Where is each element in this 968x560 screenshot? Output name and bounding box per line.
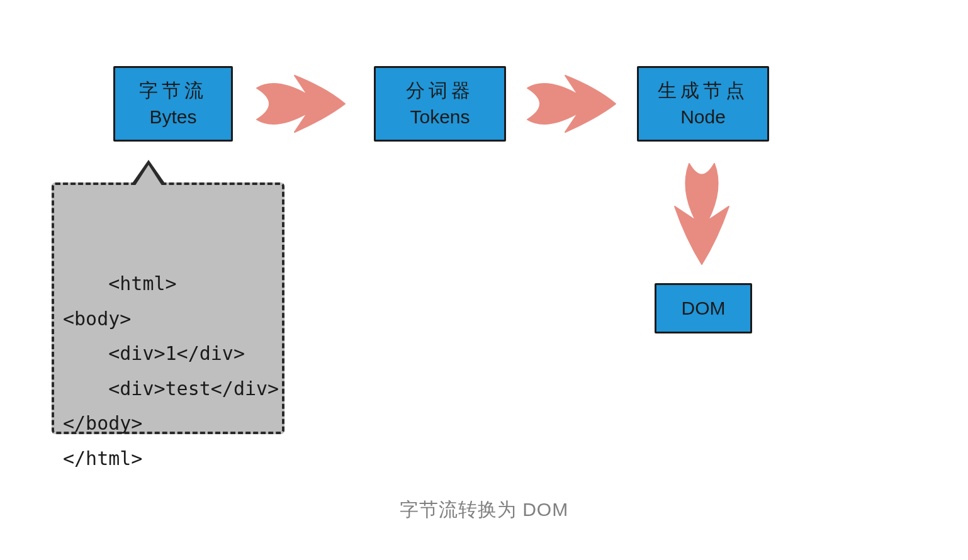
box-dom-label: DOM xyxy=(682,295,726,322)
arrow-right-icon xyxy=(521,69,622,138)
box-node-label-cn: 生成节点 xyxy=(658,77,748,104)
box-tokens: 分词器 Tokens xyxy=(374,66,506,142)
box-bytes-label-cn: 字节流 xyxy=(139,77,207,104)
callout-code-text: <html> <body> <div>1</div> <div>test</di… xyxy=(63,272,279,469)
box-dom: DOM xyxy=(655,283,752,333)
box-bytes: 字节流 Bytes xyxy=(113,66,233,142)
diagram-stage: 字节流 Bytes 分词器 Tokens 生成节点 Node DOM <html… xyxy=(0,0,968,560)
box-node: 生成节点 Node xyxy=(637,66,769,142)
diagram-caption: 字节流转换为 DOM xyxy=(0,497,968,523)
box-tokens-label-cn: 分词器 xyxy=(406,77,474,104)
code-callout: <html> <body> <div>1</div> <div>test</di… xyxy=(52,182,284,434)
box-tokens-label-en: Tokens xyxy=(410,104,470,130)
box-bytes-label-en: Bytes xyxy=(149,104,196,130)
arrow-right-icon xyxy=(250,69,351,138)
arrow-down-icon xyxy=(667,157,736,271)
box-node-label-en: Node xyxy=(680,104,726,130)
